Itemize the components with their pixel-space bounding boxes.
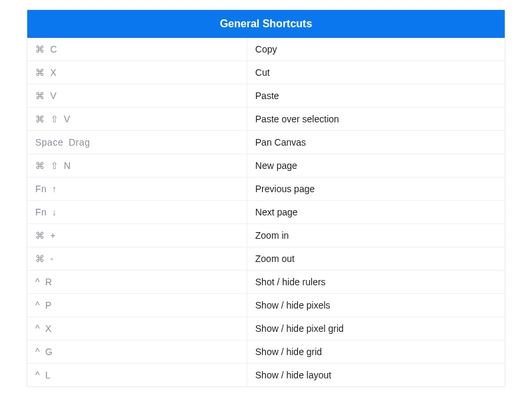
shortcut-keys: ^P — [27, 294, 247, 317]
key-token: ↓ — [52, 207, 57, 217]
shortcut-keys: ^R — [27, 271, 247, 294]
table-row: ^RShot / hide rulers — [27, 271, 505, 294]
shortcut-description: Show / hide pixels — [247, 294, 505, 317]
shortcut-description: New page — [247, 154, 505, 178]
key-token: X — [51, 67, 57, 78]
shortcut-keys: ^G — [27, 340, 247, 364]
shortcut-description: Show / hide layout — [247, 364, 505, 387]
key-token: G — [45, 346, 53, 357]
shortcut-description: Zoom out — [247, 247, 505, 271]
key-token: V — [64, 114, 70, 124]
shortcut-description: Shot / hide rulers — [247, 271, 505, 294]
key-token: ⌘ — [35, 44, 45, 55]
table-row: Fn↑Previous page — [27, 178, 505, 201]
key-token: ⌘ — [35, 90, 45, 101]
key-token: P — [45, 300, 52, 311]
key-token: L — [45, 370, 51, 380]
key-token: V — [51, 90, 57, 101]
key-token: N — [64, 160, 71, 171]
shortcut-keys: ⌘⇧V — [27, 108, 247, 131]
table-row: ^PShow / hide pixels — [27, 294, 505, 317]
shortcut-keys: ⌘+ — [27, 224, 247, 247]
shortcut-keys: ⌘- — [27, 247, 247, 271]
key-token: C — [51, 44, 58, 55]
shortcut-description: Show / hide pixel grid — [247, 317, 505, 340]
shortcut-keys: Fn↑ — [27, 178, 247, 201]
table-row: ⌘⇧NNew page — [27, 154, 505, 178]
shortcut-keys: Fn↓ — [27, 201, 247, 224]
table-row: ⌘+Zoom in — [27, 224, 505, 247]
key-token: Space — [35, 137, 63, 148]
shortcut-description: Paste — [247, 84, 505, 108]
key-token: ^ — [35, 323, 40, 334]
key-token: ⌘ — [35, 230, 45, 241]
key-token: ⇧ — [51, 160, 59, 171]
table-row: ^XShow / hide pixel grid — [27, 317, 505, 340]
key-token: ^ — [35, 346, 40, 357]
table-row: ⌘VPaste — [27, 84, 505, 108]
table-row: ⌘⇧VPaste over selection — [27, 108, 505, 131]
key-token: R — [45, 277, 53, 287]
shortcut-description: Paste over selection — [247, 108, 505, 131]
table-row: ^GShow / hide grid — [27, 340, 505, 364]
key-token: ⇧ — [51, 114, 59, 124]
shortcut-description: Cut — [247, 61, 505, 84]
key-token: ⌘ — [35, 253, 45, 264]
shortcut-description: Zoom in — [247, 224, 505, 247]
panel-title: General Shortcuts — [27, 10, 505, 38]
shortcut-description: Pan Canvas — [247, 131, 505, 154]
key-token: Fn — [35, 184, 47, 194]
shortcut-keys: ⌘C — [27, 38, 247, 61]
shortcut-description: Next page — [247, 201, 505, 224]
key-token: X — [45, 323, 52, 334]
table-row: ⌘XCut — [27, 61, 505, 84]
shortcut-keys: ⌘X — [27, 61, 247, 84]
key-token: + — [51, 230, 57, 241]
key-token: ^ — [35, 370, 40, 380]
shortcut-keys: ⌘V — [27, 84, 247, 108]
key-token: ⌘ — [35, 114, 45, 124]
shortcut-description: Previous page — [247, 178, 505, 201]
key-token: Fn — [35, 207, 47, 217]
shortcut-description: Show / hide grid — [247, 340, 505, 364]
shortcuts-panel: General Shortcuts ⌘CCopy⌘XCut⌘VPaste⌘⇧VP… — [27, 9, 505, 387]
shortcut-keys: ^X — [27, 317, 247, 340]
key-token: - — [51, 253, 54, 264]
key-token: ^ — [35, 277, 40, 287]
shortcut-description: Copy — [247, 38, 505, 61]
key-token: ^ — [35, 300, 40, 311]
key-token: ↑ — [52, 184, 57, 194]
key-token: ⌘ — [35, 160, 45, 171]
table-row: ⌘CCopy — [27, 38, 505, 61]
shortcut-keys: ^L — [27, 364, 247, 387]
shortcuts-table: ⌘CCopy⌘XCut⌘VPaste⌘⇧VPaste over selectio… — [27, 38, 505, 386]
table-row: Fn↓Next page — [27, 201, 505, 224]
shortcut-keys: SpaceDrag — [27, 131, 247, 154]
shortcut-keys: ⌘⇧N — [27, 154, 247, 178]
key-token: Drag — [68, 137, 90, 148]
table-row: SpaceDragPan Canvas — [27, 131, 505, 154]
table-row: ⌘-Zoom out — [27, 247, 505, 271]
table-row: ^LShow / hide layout — [27, 364, 505, 387]
key-token: ⌘ — [35, 67, 45, 78]
